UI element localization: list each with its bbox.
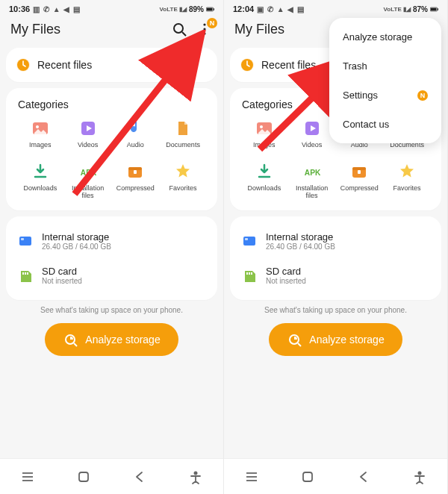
status-bar: 10:36 ▥ ✆ ▲ ◀ ▤ VoLTE ▮◢ 89% bbox=[0, 0, 223, 13]
sd-card-icon bbox=[242, 269, 257, 282]
category-apk[interactable]: Installation files bbox=[288, 163, 336, 200]
category-label: Documents bbox=[166, 142, 200, 149]
nav-home-button[interactable] bbox=[75, 469, 92, 485]
category-label: Compressed bbox=[116, 185, 155, 193]
sd-card-row[interactable]: SD card Not inserted bbox=[240, 261, 431, 290]
storage-hint: See what's taking up space on your phone… bbox=[224, 306, 447, 314]
category-downloads[interactable]: Downloads bbox=[240, 163, 288, 200]
category-compressed[interactable]: Compressed bbox=[336, 163, 384, 200]
category-documents[interactable]: Documents bbox=[159, 119, 207, 149]
app-header: My Files N bbox=[0, 13, 223, 42]
downloads-icon bbox=[255, 163, 273, 181]
categories-card: Categories Images Videos Audio Documents… bbox=[6, 88, 217, 210]
category-favorites[interactable]: Favorites bbox=[383, 163, 431, 200]
sd-card-icon bbox=[18, 269, 33, 282]
category-label: Downloads bbox=[24, 185, 57, 193]
internal-storage-row[interactable]: Internal storage 26.40 GB / 64.00 GB bbox=[16, 227, 207, 255]
sd-card-row[interactable]: SD card Not inserted bbox=[16, 261, 207, 290]
category-label: Installation files bbox=[296, 185, 328, 200]
menu-analyze-storage[interactable]: Analyze storage bbox=[329, 22, 441, 51]
sd-card-sub: Not inserted bbox=[42, 277, 82, 285]
menu-item-label: Analyze storage bbox=[343, 31, 412, 43]
menu-trash[interactable]: Trash bbox=[329, 51, 441, 81]
analyze-storage-button[interactable]: Analyze storage bbox=[269, 323, 402, 356]
status-signal-icon: VoLTE ▮◢ bbox=[160, 6, 187, 13]
menu-contact-us[interactable]: Contact us bbox=[329, 110, 441, 139]
category-label: Downloads bbox=[248, 185, 281, 193]
nav-back-icon bbox=[355, 469, 372, 485]
nav-accessibility-icon bbox=[411, 469, 428, 485]
phone-screen-left: 10:36 ▥ ✆ ▲ ◀ ▤ VoLTE ▮◢ 89% My Files N … bbox=[0, 0, 224, 494]
analyze-storage-label: Analyze storage bbox=[85, 334, 160, 346]
nav-home-icon bbox=[299, 469, 316, 485]
status-notif-icons: ▥ ✆ ▲ ◀ ▤ bbox=[33, 5, 81, 13]
compressed-icon bbox=[126, 163, 144, 181]
notification-badge: N bbox=[207, 18, 217, 28]
nav-accessibility-icon bbox=[187, 469, 204, 485]
categories-grid: Images Videos Audio Documents Downloads … bbox=[16, 119, 207, 200]
categories-title: Categories bbox=[16, 99, 207, 110]
images-icon bbox=[31, 119, 49, 137]
favorites-icon bbox=[398, 163, 416, 181]
nav-back-icon bbox=[131, 469, 148, 485]
category-favorites[interactable]: Favorites bbox=[159, 163, 207, 200]
sd-card-title: SD card bbox=[42, 266, 82, 277]
recent-files-label: Recent files bbox=[261, 59, 316, 71]
battery-icon bbox=[206, 5, 214, 13]
storage-hint: See what's taking up space on your phone… bbox=[0, 306, 223, 314]
category-label: Videos bbox=[78, 142, 98, 149]
category-images[interactable]: Images bbox=[16, 119, 64, 149]
menu-item-label: Settings bbox=[343, 90, 378, 101]
nav-recents-button[interactable] bbox=[19, 469, 36, 485]
category-label: Audio bbox=[127, 142, 144, 149]
recent-files-card[interactable]: Recent files bbox=[6, 48, 217, 82]
nav-accessibility-button[interactable] bbox=[187, 469, 204, 485]
category-label: Favorites bbox=[169, 185, 197, 193]
category-label: Videos bbox=[302, 142, 322, 149]
apk-icon bbox=[79, 163, 97, 181]
category-label: Installation files bbox=[72, 185, 104, 200]
nav-home-button[interactable] bbox=[299, 469, 316, 485]
nav-home-icon bbox=[75, 469, 92, 485]
status-time: 10:36 bbox=[9, 4, 30, 13]
analyze-icon bbox=[63, 332, 78, 347]
audio-icon bbox=[126, 119, 144, 137]
more-button[interactable]: N bbox=[196, 21, 213, 37]
category-compressed[interactable]: Compressed bbox=[112, 163, 160, 200]
analyze-storage-button[interactable]: Analyze storage bbox=[45, 323, 178, 356]
category-videos[interactable]: Videos bbox=[64, 119, 112, 149]
nav-recents-button[interactable] bbox=[243, 469, 260, 485]
nav-recents-icon bbox=[19, 469, 36, 485]
nav-recents-icon bbox=[243, 469, 260, 485]
storage-card: Internal storage 26.40 GB / 64.00 GB SD … bbox=[6, 216, 217, 300]
menu-settings[interactable]: SettingsN bbox=[329, 81, 441, 110]
storage-card: Internal storage 26.40 GB / 64.00 GB SD … bbox=[230, 216, 441, 300]
favorites-icon bbox=[174, 163, 192, 181]
nav-accessibility-button[interactable] bbox=[411, 469, 428, 485]
internal-storage-title: Internal storage bbox=[266, 231, 335, 243]
nav-back-button[interactable] bbox=[131, 469, 148, 485]
search-icon bbox=[171, 21, 187, 37]
category-label: Images bbox=[29, 142, 52, 149]
category-downloads[interactable]: Downloads bbox=[16, 163, 64, 200]
internal-storage-row[interactable]: Internal storage 26.40 GB / 64.00 GB bbox=[240, 227, 431, 255]
status-bar: 12:04 ▣ ✆ ▲ ◀ ▤ VoLTE ▮◢ 87% bbox=[224, 0, 447, 13]
menu-item-label: Trash bbox=[343, 60, 367, 72]
overflow-menu: Analyze storage Trash SettingsN Contact … bbox=[329, 18, 441, 143]
videos-icon bbox=[79, 119, 97, 137]
internal-storage-title: Internal storage bbox=[42, 231, 111, 243]
category-images[interactable]: Images bbox=[240, 119, 288, 149]
page-title: My Files bbox=[234, 22, 284, 37]
category-videos[interactable]: Videos bbox=[288, 119, 336, 149]
nav-back-button[interactable] bbox=[355, 469, 372, 485]
category-audio[interactable]: Audio bbox=[112, 119, 160, 149]
search-button[interactable] bbox=[171, 21, 187, 37]
menu-badge: N bbox=[417, 90, 428, 101]
category-apk[interactable]: Installation files bbox=[64, 163, 112, 200]
internal-storage-icon bbox=[18, 234, 33, 248]
sd-card-sub: Not inserted bbox=[266, 277, 306, 285]
clock-icon bbox=[16, 58, 30, 72]
internal-storage-icon bbox=[242, 234, 257, 248]
documents-icon bbox=[174, 119, 192, 137]
analyze-storage-label: Analyze storage bbox=[309, 334, 384, 346]
